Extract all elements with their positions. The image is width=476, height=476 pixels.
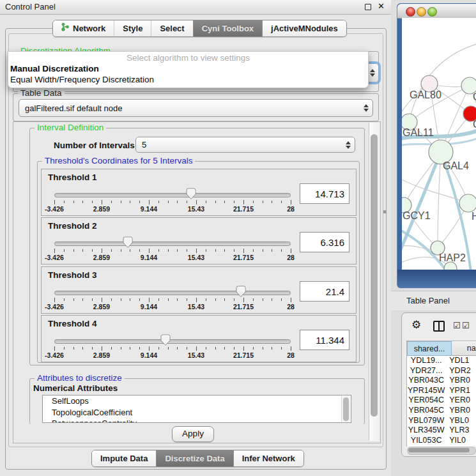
threshold-slider[interactable]: -3.4262.8599.14415.4321.71528 [54,218,291,264]
table-row[interactable]: YER054CYER0 [407,395,476,406]
threshold-slider[interactable]: -3.4262.8599.14415.4321.71528 [54,316,291,362]
tab-select[interactable]: Select [151,20,192,36]
columns-icon[interactable] [433,321,445,332]
slider-tick [206,347,206,349]
slider-tick [102,346,102,351]
checkbox-icon[interactable]: ☑ [462,321,470,330]
interval-definition-label: Interval Definition [35,123,106,132]
tab-discretize-data[interactable]: Discretize Data [156,450,233,466]
slider-thumb[interactable] [236,286,247,298]
dropdown-hint: Select algorithm to view settings [8,53,368,63]
attribute-item-topologicalcoefficient[interactable]: TopologicalCoefficient [43,407,351,418]
control-panel-window: Control Panel ✕ NetworkStyleSelectCyni T… [0,0,391,476]
network-canvas[interactable]: GAL80GACGAL11GAL4GCY1HHAP2 [402,18,476,270]
cell-name: YPR1 [445,386,476,396]
dropdown-option-manual-discretization[interactable]: Manual Discretization [10,64,99,73]
tab-network[interactable]: Network [53,20,114,36]
node-label: GAL4 [443,160,469,171]
dropdown-option-equal-width-frequency[interactable]: Equal Width/Frequency Discretization [10,75,154,84]
table-data-combobox-value: galFiltered.sif default node [25,104,122,113]
table-row[interactable]: YIL053CYIL0 [407,436,476,446]
tab-cyni-toolbox[interactable]: Cyni Toolbox [193,20,262,36]
table-row[interactable]: YPR145WYPR1 [407,386,476,396]
slider-tick [54,249,55,253]
slider-track[interactable] [54,291,291,295]
cell-shared-name: YPR145W [407,386,445,396]
split-pane-handle[interactable] [383,210,387,213]
attribute-item-selfloops[interactable]: SelfLoops [43,395,351,407]
slider-tick [130,347,130,349]
slider-thumb[interactable] [160,334,171,346]
network-window-titlebar [397,4,476,19]
table-panel-title: Table Panel [406,296,450,305]
table-row[interactable]: YDL19...YDL1 [407,356,476,366]
slider-tick [234,298,234,301]
slider-track[interactable] [54,193,291,197]
table-row[interactable]: YDR27...YDR2 [407,366,476,376]
slider-tick [253,298,254,301]
close-traffic-light[interactable] [406,7,415,17]
attribute-item-betweennesscentrality[interactable]: BetweennessCentrality [43,418,351,423]
slider-tick [243,298,244,302]
slider-tick [196,200,197,204]
scrollbar-thumb[interactable] [343,397,349,421]
tab-jactivemnodules[interactable]: jActiveMNodules [262,20,346,36]
slider-tick [187,298,187,301]
slider-tick-label: 21.715 [233,205,254,213]
threshold-slider[interactable]: -3.4262.8599.14415.4321.71528 [54,169,291,215]
threshold-value-field[interactable]: 21.4 [300,281,349,302]
slider-tick-label: 15.43 [188,303,204,311]
column-header-shared-name[interactable]: shared... [407,341,452,356]
zoom-traffic-light[interactable] [427,7,437,17]
threshold-panel-2: Threshold 2-3.4262.8599.14415.4321.71528… [41,217,357,265]
slider-track[interactable] [54,339,291,344]
network-node-h[interactable] [459,194,476,212]
settings-vertical-scrollbar[interactable] [369,123,380,441]
gear-icon[interactable]: ⚙ [411,319,421,330]
cell-shared-name: YBL079W [407,416,445,426]
list-scrollbar[interactable] [341,396,350,422]
threshold-slider[interactable]: -3.4262.8599.14415.4321.71528 [54,267,291,313]
slider-thumb[interactable] [185,188,196,200]
slider-thumb[interactable] [122,236,133,249]
column-header-name[interactable]: name [452,341,476,356]
slider-tick [73,298,74,301]
combobox-stepper-icon [364,104,369,112]
cell-name: YER0 [445,395,476,406]
slider-tick [272,347,272,349]
minimize-traffic-light[interactable] [417,7,426,17]
table-row[interactable]: YBR045CYBR0 [407,406,476,416]
threshold-value-field[interactable]: 14.713 [300,183,349,204]
panel-title: Control Panel [5,2,56,12]
num-intervals-combobox[interactable]: 5 [135,137,355,153]
table-row[interactable]: YBL079WYBL0 [407,416,476,426]
slider-track[interactable] [54,242,291,246]
close-icon[interactable]: ✕ [378,1,385,11]
scrollbar-thumb[interactable] [371,134,378,417]
slider-tick [158,201,159,203]
table-row[interactable]: YBR043CYBR0 [407,376,476,386]
numerical-attributes-list[interactable]: SelfLoopsTopologicalCoefficientBetweenne… [42,395,351,423]
toolbox-top-tabs: NetworkStyleSelectCyni ToolboxjActiveMNo… [52,20,347,37]
slider-tick [54,298,55,302]
apply-button[interactable]: Apply [172,426,214,442]
threshold-value-field[interactable]: 6.316 [300,232,349,252]
slider-tick [215,201,216,203]
slider-tick [73,347,74,349]
tab-impute-data[interactable]: Impute Data [92,450,156,466]
tab-label: Style [123,20,142,36]
checkbox-icon[interactable]: ☑ [453,321,461,330]
tab-infer-network[interactable]: Infer Network [233,450,303,466]
float-icon[interactable] [365,4,371,10]
table-horizontal-scrollbar[interactable] [407,447,476,455]
slider-tick [196,249,197,253]
slider-tick [187,249,187,252]
cell-shared-name: YDR27... [407,366,445,376]
scrollbar-thumb[interactable] [408,448,470,452]
slider-tick [82,347,83,349]
table-data-combobox[interactable]: galFiltered.sif default node [19,99,373,117]
threshold-value-field[interactable]: 11.344 [300,330,349,350]
tab-style[interactable]: Style [114,20,151,36]
table-row[interactable]: YLR345WYLR3 [407,426,476,436]
slider-tick [92,347,93,349]
